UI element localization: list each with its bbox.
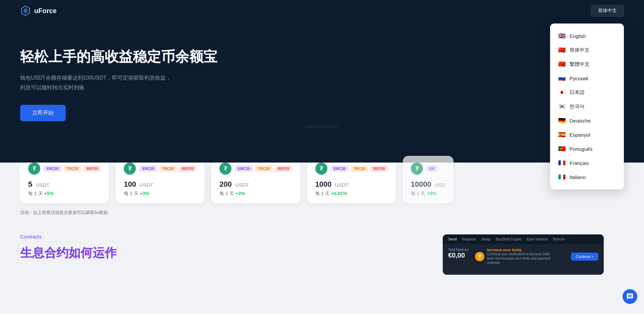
badge: ERC20	[139, 166, 157, 172]
investment-card[interactable]: ₮ ER 10000 USD 每 1 天 +5%	[403, 156, 453, 204]
lang-label: Русский	[570, 76, 588, 81]
card-header: ₮ ERC20TRC20BEP20	[219, 163, 292, 175]
hero-description: 钱包USDT余额存储量达到100USDT，即可定期获取利息收益， 利息可以随时转…	[20, 73, 195, 93]
language-button[interactable]: 简体中文	[591, 5, 624, 17]
app-info-text: Continue your verification to become Gol…	[487, 252, 554, 265]
logo-text: uForce	[34, 7, 57, 15]
flag-icon: 🇷🇺	[558, 75, 566, 82]
card-currency: USDT	[140, 182, 153, 188]
flag-icon: 🇬🇧	[558, 32, 566, 40]
badge: ERC20	[331, 166, 348, 172]
badge: TRC20	[63, 166, 81, 172]
lang-item-en[interactable]: 🇬🇧English	[550, 29, 624, 43]
lang-label: 简体中文	[570, 47, 590, 53]
card-header: ₮ ERC20TRC20BEP20	[315, 163, 388, 175]
hero-title: 轻松上手的高收益稳定币余额宝	[20, 48, 624, 65]
card-rate-value: +5%	[427, 191, 436, 196]
flag-icon: 🇪🇸	[558, 131, 566, 138]
flag-icon: 🇫🇷	[558, 159, 566, 167]
app-body: Total Balance €0,00 ₮ Increase your limi…	[443, 244, 604, 269]
lang-label: 한국어	[570, 103, 585, 110]
card-header: ₮ ER	[411, 163, 445, 175]
cta-button[interactable]: 立即开始	[20, 105, 66, 121]
card-rate-value: +3%	[235, 191, 245, 196]
card-rate-value: +0.01%	[331, 191, 347, 196]
lang-item-pt[interactable]: 🇵🇹Português	[550, 142, 624, 156]
app-tab-request[interactable]: Request	[462, 237, 476, 241]
lang-label: Deutsche	[570, 118, 591, 124]
lang-item-es[interactable]: 🇪🇸Espanyol	[550, 128, 624, 142]
lang-item-ru[interactable]: 🇷🇺Русский	[550, 71, 624, 85]
tether-icon: ₮	[219, 163, 231, 175]
language-dropdown: 🇬🇧English🇨🇳简体中文🇨🇳繁體中文🇷🇺Русский🇯🇵日本語🇰🇷한국어…	[550, 24, 624, 189]
coin-icon: ₮	[475, 252, 484, 261]
badge: BEP20	[179, 166, 197, 172]
badge: BEP20	[83, 166, 101, 172]
card-rate-value: +3%	[140, 191, 149, 196]
tether-icon: ₮	[28, 163, 40, 175]
lang-item-it[interactable]: 🇮🇹Italiano	[550, 170, 624, 184]
app-tab-swap[interactable]: Swap	[481, 237, 491, 241]
card-currency: USDT	[36, 182, 49, 188]
badge-row: ERC20TRC20BEP20	[139, 166, 197, 172]
app-continue-button[interactable]: Continue >	[571, 253, 598, 261]
card-currency: USDT	[235, 182, 249, 188]
card-rate: 每 1 天 +3%	[219, 191, 292, 197]
tether-icon: ₮	[124, 163, 136, 175]
lang-label: 日本語	[570, 89, 585, 96]
card-amount: 100 USDT	[124, 180, 197, 189]
badge: BEP20	[275, 166, 292, 172]
logo-area: uForce	[20, 5, 57, 16]
lang-label: Português	[570, 146, 592, 152]
watermark: www.csy8.net	[306, 124, 338, 129]
card-amount: 200 USDT	[219, 180, 292, 189]
lang-item-ja[interactable]: 🇯🇵日本語	[550, 85, 624, 99]
app-tab-buy/sell-crypto[interactable]: Buy/Sell Crypto	[496, 237, 521, 241]
badge: TRC20	[255, 166, 273, 172]
badge-row: ER	[426, 166, 437, 172]
svg-marker-1	[23, 8, 28, 13]
flag-icon: 🇰🇷	[558, 103, 566, 110]
investment-card[interactable]: ₮ ERC20TRC20BEP20 200 USDT 每 1 天 +3%	[211, 156, 300, 204]
flag-icon: 🇨🇳	[558, 60, 566, 68]
badge: TRC20	[159, 166, 177, 172]
app-topbar: SendRequestSwapBuy/Sell CryptoEarn Inter…	[443, 234, 604, 244]
app-info: Increase your limits Continue your verif…	[487, 248, 554, 265]
app-screenshot: SendRequestSwapBuy/Sell CryptoEarn Inter…	[443, 234, 604, 275]
cards-section: ₮ ERC20TRC20BEP20 5 USDT 每 1 天 +5% ₮ ERC…	[0, 152, 644, 224]
lang-label: Italiano	[570, 174, 586, 180]
investment-card[interactable]: ₮ ERC20TRC20BEP20 5 USDT 每 1 天 +5%	[20, 156, 109, 204]
badge: BEP20	[370, 166, 388, 172]
lang-item-zh-tw[interactable]: 🇨🇳繁體中文	[550, 57, 624, 71]
card-header: ₮ ERC20TRC20BEP20	[28, 163, 101, 175]
lang-label: 繁體中文	[570, 61, 590, 68]
contracts-section: Contracts 生息合约如何运作 SendRequestSwapBuy/Se…	[0, 224, 644, 271]
flag-icon: 🇮🇹	[558, 173, 566, 181]
card-currency: USD	[435, 182, 445, 188]
lang-item-de[interactable]: 🇩🇪Deutsche	[550, 114, 624, 128]
badge: ERC20	[235, 166, 253, 172]
card-amount: 1000 USDT	[315, 180, 388, 189]
lang-item-fr[interactable]: 🇫🇷Français	[550, 156, 624, 170]
app-tab-send[interactable]: Send	[448, 237, 457, 241]
activity-text: 活动：以上所有活动首次参加可以获取5u奖励	[20, 207, 644, 217]
app-balance-label: Total Balance	[448, 248, 468, 252]
badge: TRC20	[351, 166, 368, 172]
hero-section: 轻松上手的高收益稳定币余额宝 钱包USDT余额存储量达到100USDT，即可定期…	[0, 21, 644, 163]
card-amount: 5 USDT	[28, 180, 101, 189]
badge-row: ERC20TRC20BEP20	[44, 166, 101, 172]
badge-row: ERC20TRC20BEP20	[331, 166, 388, 172]
lang-item-zh-cn[interactable]: 🇨🇳简体中文	[550, 43, 624, 57]
flag-icon: 🇵🇹	[558, 145, 566, 152]
card-rate-value: +5%	[44, 191, 53, 196]
app-balance: Total Balance €0,00	[448, 248, 468, 265]
app-tab-earn-interest[interactable]: Earn Interest	[527, 237, 548, 241]
badge-row: ERC20TRC20BEP20	[235, 166, 292, 172]
investment-card[interactable]: ₮ ERC20TRC20BEP20 1000 USDT 每 1 天 +0.01%	[307, 156, 396, 204]
lang-item-ko[interactable]: 🇰🇷한국어	[550, 99, 624, 114]
badge: ERC20	[44, 166, 61, 172]
flag-icon: 🇯🇵	[558, 89, 566, 96]
card-rate: 每 1 天 +5%	[28, 191, 101, 197]
app-tab-borrow[interactable]: Borrow	[553, 237, 565, 241]
investment-card[interactable]: ₮ ERC20TRC20BEP20 100 USDT 每 1 天 +3%	[116, 156, 205, 204]
